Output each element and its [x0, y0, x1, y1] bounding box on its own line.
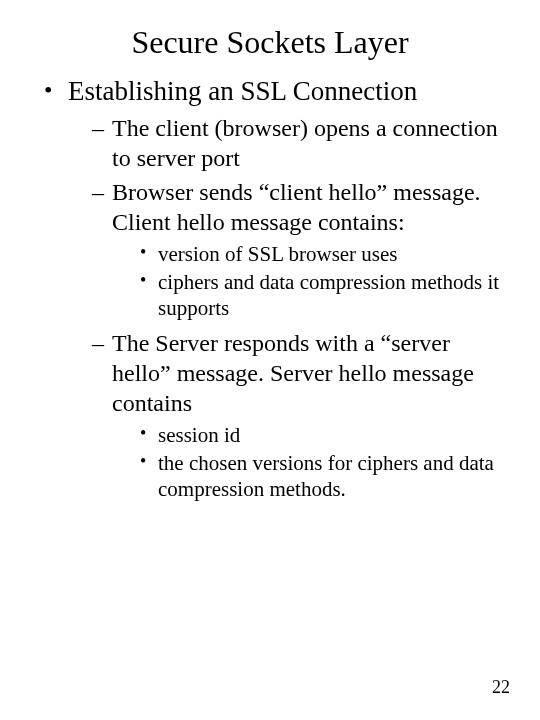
list-item-text: ciphers and data compression methods it …	[158, 270, 499, 320]
list-item: the chosen versions for ciphers and data…	[140, 450, 510, 503]
list-item: version of SSL browser uses	[140, 241, 510, 267]
list-item: Browser sends “client hello” message. Cl…	[92, 177, 510, 322]
list-item-text: the chosen versions for ciphers and data…	[158, 451, 494, 501]
list-item-text: version of SSL browser uses	[158, 242, 398, 266]
bullet-list-level-3: session id the chosen versions for ciphe…	[112, 422, 510, 503]
list-item: The Server responds with a “server hello…	[92, 328, 510, 503]
list-item: The client (browser) opens a connection …	[92, 113, 510, 173]
bullet-list-level-2: The client (browser) opens a connection …	[68, 113, 510, 503]
list-item: Establishing an SSL Connection The clien…	[44, 75, 510, 502]
list-item-text: The client (browser) opens a connection …	[112, 115, 498, 171]
slide-title: Secure Sockets Layer	[30, 24, 510, 61]
bullet-list-level-3: version of SSL browser uses ciphers and …	[112, 241, 510, 322]
bullet-list-level-1: Establishing an SSL Connection The clien…	[30, 75, 510, 502]
page-number: 22	[492, 677, 510, 698]
list-item-text: Browser sends “client hello” message. Cl…	[112, 179, 481, 235]
list-item-text: Establishing an SSL Connection	[68, 76, 417, 106]
slide: Secure Sockets Layer Establishing an SSL…	[0, 0, 540, 720]
list-item-text: session id	[158, 423, 240, 447]
list-item: session id	[140, 422, 510, 448]
list-item-text: The Server responds with a “server hello…	[112, 330, 474, 416]
list-item: ciphers and data compression methods it …	[140, 269, 510, 322]
